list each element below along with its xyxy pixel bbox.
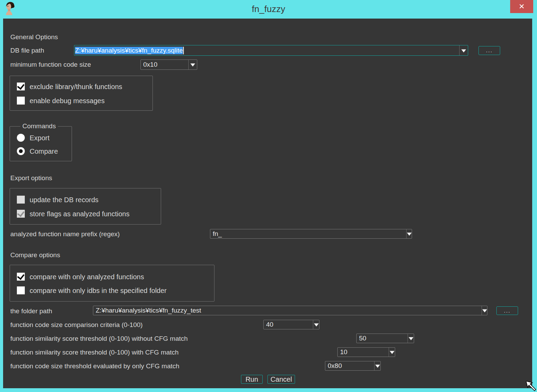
- flags-groupbox: exclude library/thunk functions enable d…: [10, 76, 153, 111]
- export-radio-label[interactable]: Export: [30, 134, 50, 142]
- folder-path-combo[interactable]: Z:¥haru¥analysis¥tics¥fn_fuzzy_test: [93, 306, 487, 315]
- folder-path-value[interactable]: Z:¥haru¥analysis¥tics¥fn_fuzzy_test: [93, 306, 478, 315]
- folder-browse-button[interactable]: ...: [496, 306, 518, 315]
- window-title: fn_fuzzy: [0, 4, 537, 14]
- mouse-cursor: [526, 381, 537, 392]
- min-code-size-value[interactable]: 0x10: [141, 60, 188, 69]
- chevron-down-icon[interactable]: [188, 60, 197, 69]
- title-bar[interactable]: fn_fuzzy ✕: [0, 0, 537, 19]
- debug-messages-label[interactable]: enable debug messages: [30, 97, 105, 105]
- prefix-combo[interactable]: fn_: [210, 229, 412, 239]
- export-groupbox: update the DB records store flags as ana…: [10, 188, 161, 225]
- only-analyzed-label[interactable]: compare with only analyzed functions: [30, 273, 144, 281]
- only-idbs-checkbox[interactable]: [17, 286, 25, 294]
- chevron-down-icon[interactable]: [459, 45, 468, 55]
- db-file-browse-button[interactable]: ...: [478, 46, 500, 55]
- compare-groupbox: compare with only analyzed functions com…: [10, 265, 214, 302]
- commands-groupbox: Commands Export Compare: [10, 126, 72, 161]
- compare-options-heading: Compare options: [10, 251, 60, 259]
- cancel-button[interactable]: Cancel: [267, 375, 295, 384]
- only-analyzed-checkbox[interactable]: [17, 273, 25, 281]
- export-radio[interactable]: [17, 134, 25, 142]
- dialog-window: fn_fuzzy ✕ General Options DB file path …: [0, 0, 537, 392]
- without-cfg-label: function similarity score threshold (0-1…: [10, 335, 188, 342]
- chevron-down-icon[interactable]: [482, 306, 487, 315]
- criteria-combo[interactable]: 40: [263, 320, 319, 329]
- prefix-label: analyzed function name prefix (regex): [10, 230, 120, 238]
- min-code-size-combo[interactable]: 0x10: [140, 59, 197, 70]
- commands-legend: Commands: [20, 122, 58, 130]
- chevron-down-icon[interactable]: [374, 361, 380, 370]
- min-code-size-label: minimum function code size: [10, 61, 91, 68]
- without-cfg-value[interactable]: 50: [357, 334, 405, 343]
- compare-radio-label[interactable]: Compare: [30, 148, 58, 155]
- chevron-down-icon[interactable]: [408, 334, 414, 343]
- with-cfg-combo[interactable]: 10: [337, 347, 395, 357]
- prefix-value[interactable]: fn_: [210, 229, 403, 238]
- export-options-heading: Export options: [10, 174, 52, 182]
- debug-messages-checkbox[interactable]: [17, 97, 25, 105]
- size-threshold-combo[interactable]: 0x80: [325, 361, 381, 371]
- chevron-down-icon[interactable]: [406, 229, 412, 238]
- run-button[interactable]: Run: [241, 375, 263, 384]
- dialog-body: General Options DB file path Z:¥haru¥ana…: [3, 19, 532, 388]
- chevron-down-icon[interactable]: [313, 320, 319, 329]
- with-cfg-label: function similarity score threshold (0-1…: [10, 349, 179, 356]
- folder-path-label: the folder path: [10, 307, 52, 315]
- text-caret: [183, 47, 184, 54]
- criteria-value[interactable]: 40: [264, 320, 310, 329]
- general-options-heading: General Options: [10, 33, 58, 41]
- update-db-label[interactable]: update the DB records: [30, 196, 98, 204]
- size-threshold-value[interactable]: 0x80: [325, 361, 371, 370]
- store-flags-checkbox[interactable]: [17, 210, 25, 218]
- db-file-path-label: DB file path: [10, 47, 44, 54]
- criteria-label: function code size comparison criteria (…: [10, 321, 143, 329]
- db-file-path-combo[interactable]: Z:¥haru¥analysis¥tics¥fn_fuzzy.sqlite: [74, 45, 468, 56]
- chevron-down-icon[interactable]: [389, 348, 395, 357]
- only-idbs-label[interactable]: compare with only idbs in the specified …: [30, 287, 167, 295]
- exclude-library-checkbox[interactable]: [17, 83, 25, 90]
- with-cfg-value[interactable]: 10: [338, 348, 386, 357]
- update-db-checkbox[interactable]: [17, 196, 25, 204]
- close-button[interactable]: ✕: [510, 0, 533, 13]
- compare-radio[interactable]: [17, 147, 25, 155]
- size-threshold-label: function code size threshold evaluated b…: [10, 362, 179, 370]
- without-cfg-combo[interactable]: 50: [356, 334, 414, 343]
- db-file-path-value[interactable]: Z:¥haru¥analysis¥tics¥fn_fuzzy.sqlite: [74, 45, 459, 55]
- store-flags-label[interactable]: store flags as analyzed functions: [30, 210, 129, 218]
- exclude-library-label[interactable]: exclude library/thunk functions: [30, 83, 122, 91]
